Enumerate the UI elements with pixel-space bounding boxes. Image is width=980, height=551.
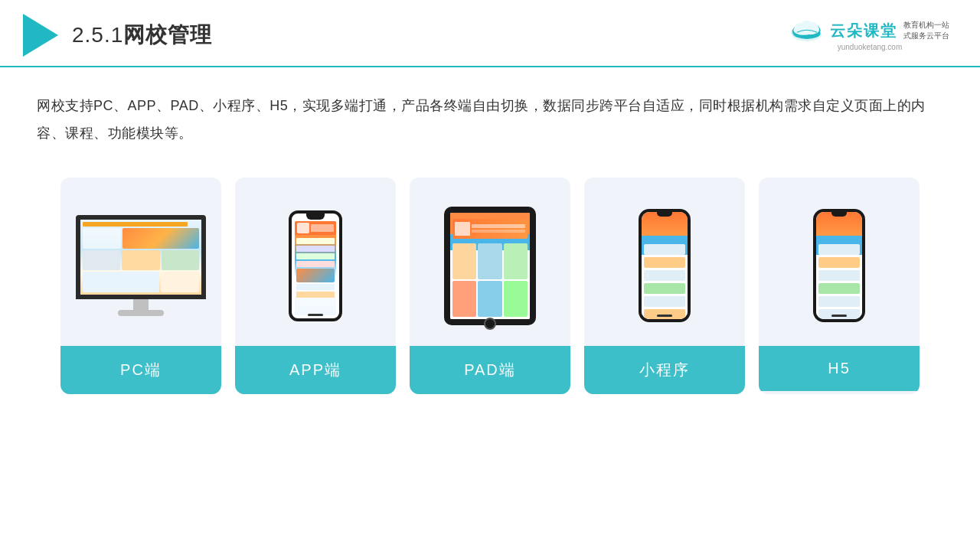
pad-tablet-icon <box>444 207 536 325</box>
cards-container: PC端 <box>0 162 980 417</box>
brand-logo: 云朵课堂 教育机构一站 式服务云平台 yunduoketang.com <box>790 19 949 51</box>
h5-label: H5 <box>759 346 920 391</box>
app-image-area <box>235 178 396 346</box>
pc-label: PC端 <box>60 346 221 394</box>
h5-phone-icon <box>813 209 865 322</box>
pc-image-area <box>60 178 221 346</box>
brand-top-row: 云朵课堂 教育机构一站 式服务云平台 <box>790 19 949 42</box>
miniprogram-phone-icon <box>639 209 691 322</box>
cloud-icon <box>790 19 824 42</box>
pc-monitor-icon <box>76 215 206 316</box>
brand-tagline-line2: 式服务云平台 <box>903 31 949 41</box>
brand-name: 云朵课堂 <box>830 21 897 41</box>
card-miniprogram: 小程序 <box>584 178 745 394</box>
pad-image-area <box>410 178 570 346</box>
page-header: 2.5.1网校管理 云朵课堂 教育机构一站 式服务云平台 <box>0 0 980 67</box>
description-text: 网校支持PC、APP、PAD、小程序、H5，实现多端打通，产品各终端自由切换，数… <box>0 67 980 162</box>
svg-point-11 <box>802 24 819 34</box>
app-label: APP端 <box>235 346 396 394</box>
app-phone-icon <box>289 210 342 321</box>
pad-label: PAD端 <box>410 346 570 394</box>
page-title: 2.5.1网校管理 <box>72 21 212 50</box>
card-pc: PC端 <box>60 178 221 394</box>
card-app: APP端 <box>235 178 396 394</box>
brand-url: yunduoketang.com <box>838 43 903 51</box>
card-h5: H5 <box>759 178 920 394</box>
miniprogram-label: 小程序 <box>584 346 745 394</box>
miniprogram-image-area <box>584 178 745 346</box>
brand-tagline-line1: 教育机构一站 <box>903 20 949 31</box>
card-pad: PAD端 <box>410 178 570 394</box>
logo-triangle-icon <box>23 14 58 57</box>
h5-image-area <box>759 178 920 346</box>
